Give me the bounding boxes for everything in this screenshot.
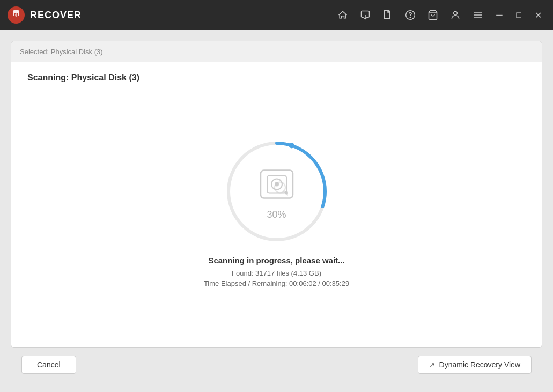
progress-percent: 30%	[267, 209, 286, 220]
menu-icon[interactable]	[471, 9, 484, 21]
scanning-title: Scanning: Physical Disk (3)	[27, 73, 526, 83]
arrow-icon: ↗	[429, 361, 435, 369]
titlebar-left: RECOVER	[6, 5, 82, 25]
close-btn[interactable]: ✕	[529, 6, 547, 24]
user-icon[interactable]	[449, 9, 462, 21]
cart-icon[interactable]	[426, 9, 439, 21]
home-icon[interactable]	[336, 9, 349, 21]
titlebar-icons	[336, 9, 484, 21]
circle-wrapper: 30%	[223, 138, 330, 245]
app-title: RECOVER	[30, 10, 82, 21]
progress-container: 30% Scanning in progress, please wait...…	[204, 99, 349, 337]
cancel-button[interactable]: Cancel	[21, 356, 76, 374]
minimize-btn[interactable]: ─	[491, 6, 508, 24]
panel: Selected: Physical Disk (3) Scanning: Ph…	[11, 41, 542, 348]
panel-header-text: Selected: Physical Disk (3)	[20, 48, 103, 56]
status-text: Scanning in progress, please wait...	[208, 256, 344, 265]
dynamic-recovery-button[interactable]: ↗ Dynamic Recovery View	[418, 356, 532, 374]
panel-header: Selected: Physical Disk (3)	[11, 41, 542, 62]
main-content: Selected: Physical Disk (3) Scanning: Ph…	[0, 30, 553, 392]
titlebar-controls: ─ □ ✕	[491, 6, 547, 24]
bottom-bar: Cancel ↗ Dynamic Recovery View	[11, 348, 542, 381]
panel-body: Scanning: Physical Disk (3)	[11, 62, 542, 347]
hdd-icon	[255, 162, 298, 205]
app-logo	[6, 5, 26, 25]
maximize-btn[interactable]: □	[510, 6, 527, 24]
svg-point-6	[454, 11, 458, 15]
svg-point-4	[410, 17, 410, 18]
help-icon[interactable]	[404, 9, 417, 21]
circle-inner: 30%	[255, 162, 298, 220]
found-text: Found: 31717 files (4.13 GB)	[232, 269, 321, 277]
dynamic-recovery-label: Dynamic Recovery View	[439, 360, 520, 369]
time-text: Time Elapsed / Remaining: 00:06:02 / 00:…	[204, 279, 349, 287]
titlebar: RECOVER	[0, 0, 553, 30]
download-icon[interactable]	[359, 9, 372, 21]
file-icon[interactable]	[381, 9, 394, 21]
